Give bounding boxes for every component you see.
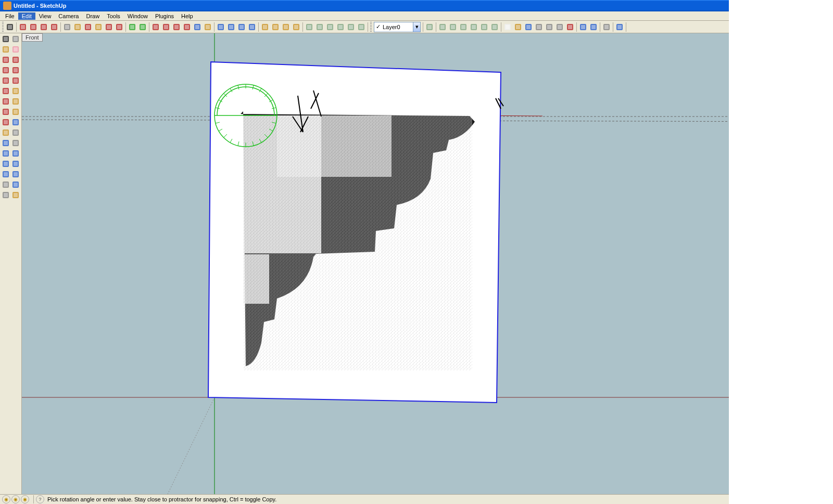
text-tool-icon[interactable]: [11, 127, 21, 138]
select-tool-icon[interactable]: [1, 34, 11, 44]
paint-icon[interactable]: [270, 22, 281, 32]
undo-icon[interactable]: [127, 22, 137, 32]
open-icon[interactable]: [513, 22, 523, 32]
pushpull-tool-icon[interactable]: [11, 86, 21, 96]
model-info-icon[interactable]: [614, 22, 625, 32]
dimension-icon[interactable]: [161, 22, 171, 32]
protractor-icon[interactable]: [171, 22, 182, 32]
offset-tool-icon[interactable]: [11, 107, 21, 117]
circle-icon[interactable]: [39, 22, 49, 32]
orbit-tool-icon[interactable]: [1, 148, 11, 159]
scale-icon[interactable]: [114, 22, 124, 32]
viewport[interactable]: Front: [22, 33, 833, 494]
polygon-tool-icon[interactable]: [1, 75, 11, 86]
protractor-tool-icon[interactable]: [1, 127, 11, 138]
toolbar-grip[interactable]: [2, 22, 4, 32]
undo2-icon[interactable]: [578, 22, 588, 32]
orbit-icon[interactable]: [216, 22, 226, 32]
menu-draw[interactable]: Draw: [82, 12, 103, 20]
pan-icon[interactable]: [226, 22, 236, 32]
arc-tool-icon[interactable]: [11, 65, 21, 75]
help-icon[interactable]: ?: [36, 495, 44, 503]
offset-icon[interactable]: [72, 22, 83, 32]
zoom-icon[interactable]: [236, 22, 247, 32]
menu-plugins[interactable]: Plugins: [152, 12, 178, 20]
rotate-icon[interactable]: [104, 22, 114, 32]
new-icon[interactable]: [502, 22, 513, 32]
zoom-tool-icon[interactable]: [1, 159, 11, 169]
dimension-tool-icon[interactable]: [11, 117, 21, 127]
geolocation-icon[interactable]: ◉: [2, 495, 10, 503]
zoom-extents-icon[interactable]: [247, 22, 257, 32]
layer-manager-icon[interactable]: [424, 22, 435, 32]
followme-tool-icon[interactable]: [11, 96, 21, 107]
menu-edit[interactable]: Edit: [18, 12, 35, 20]
shaded-icon[interactable]: [469, 22, 479, 32]
pan-tool-icon[interactable]: [11, 148, 21, 159]
menu-view[interactable]: View: [35, 12, 55, 20]
pushpull-icon[interactable]: [93, 22, 104, 32]
3dtext-tool-icon[interactable]: [11, 138, 21, 148]
menu-camera[interactable]: Camera: [55, 12, 82, 20]
position-camera-tool-icon[interactable]: [1, 179, 11, 190]
previous-tool-icon[interactable]: [1, 169, 11, 179]
front-face-icon[interactable]: [281, 22, 291, 32]
axes-icon[interactable]: [192, 22, 203, 32]
rectangle-icon[interactable]: [28, 22, 39, 32]
walk-tool-icon[interactable]: [1, 190, 11, 200]
redo-icon[interactable]: [137, 22, 148, 32]
redo2-icon[interactable]: [588, 22, 599, 32]
cut-icon[interactable]: [534, 22, 544, 32]
back-icon[interactable]: [346, 22, 356, 32]
hidden-line-icon[interactable]: [458, 22, 469, 32]
front-icon[interactable]: [325, 22, 335, 32]
lookaround-tool-icon[interactable]: [11, 179, 21, 190]
section-tool-icon[interactable]: [11, 190, 21, 200]
claim-icon[interactable]: ◉: [21, 495, 29, 503]
layer-visible-check[interactable]: ✓: [374, 23, 382, 30]
paste-icon[interactable]: [554, 22, 565, 32]
paint-tool-icon[interactable]: [1, 44, 11, 55]
print-icon[interactable]: [601, 22, 612, 32]
zoomwindow-tool-icon[interactable]: [11, 159, 21, 169]
rotate-tool-icon[interactable]: [1, 96, 11, 107]
wireframe-icon[interactable]: [448, 22, 458, 32]
shaded-textures-icon[interactable]: [479, 22, 489, 32]
circle-tool-icon[interactable]: [1, 65, 11, 75]
xray-icon[interactable]: [437, 22, 448, 32]
iso-icon[interactable]: [304, 22, 314, 32]
copy-icon[interactable]: [544, 22, 554, 32]
monochrome-icon[interactable]: [489, 22, 500, 32]
component-tool-icon[interactable]: [11, 34, 21, 44]
line-tool-icon[interactable]: [11, 55, 21, 65]
right-icon[interactable]: [335, 22, 346, 32]
credits-icon[interactable]: ◉: [11, 495, 20, 503]
layer-selector[interactable]: ✓▾: [374, 22, 421, 32]
toolbar-grip[interactable]: [370, 22, 372, 32]
move-icon[interactable]: [83, 22, 93, 32]
freehand-tool-icon[interactable]: [11, 75, 21, 86]
drawing-canvas[interactable]: [22, 33, 833, 494]
menu-tools[interactable]: Tools: [103, 12, 124, 20]
left-icon[interactable]: [356, 22, 367, 32]
delete-icon[interactable]: [565, 22, 575, 32]
line-icon[interactable]: [18, 22, 28, 32]
tape-icon[interactable]: [150, 22, 161, 32]
top-icon[interactable]: [314, 22, 325, 32]
back-face-icon[interactable]: [291, 22, 301, 32]
tape-tool-icon[interactable]: [1, 117, 11, 127]
move-tool-icon[interactable]: [1, 86, 11, 96]
eraser-tool-icon[interactable]: [11, 44, 21, 55]
menu-file[interactable]: File: [2, 12, 18, 20]
next-tool-icon[interactable]: [11, 169, 21, 179]
section-icon[interactable]: [203, 22, 213, 32]
layer-name-input[interactable]: [382, 24, 413, 30]
save-icon[interactable]: [523, 22, 534, 32]
layer-dropdown-icon[interactable]: ▾: [413, 22, 420, 32]
axes-tool-icon[interactable]: [1, 138, 11, 148]
arc-icon[interactable]: [49, 22, 59, 32]
text-icon[interactable]: [182, 22, 192, 32]
menu-window[interactable]: Window: [124, 12, 152, 20]
add-face-icon[interactable]: [260, 22, 270, 32]
select-icon[interactable]: [5, 22, 15, 32]
